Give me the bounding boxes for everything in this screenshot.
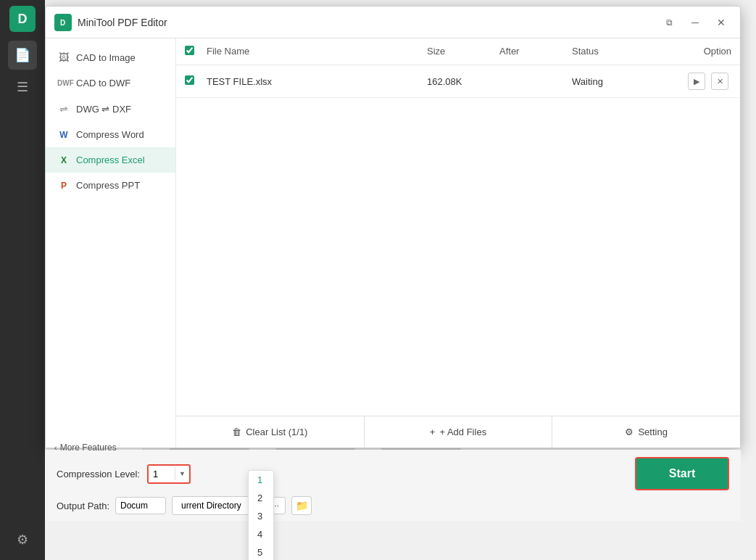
sidebar-item-compress-word[interactable]: W Compress Word [46, 122, 175, 147]
clear-list-button[interactable]: 🗑 Clear List (1/1) [176, 416, 365, 448]
main-content: File Name Size After Status Option TEST … [176, 38, 740, 448]
dropdown-option-3[interactable]: 3 [249, 507, 273, 525]
modal-logo: D [54, 14, 72, 31]
table-row: TEST FILE.xlsx 162.08K Waiting ▶ ✕ [176, 65, 740, 98]
remove-button[interactable]: ✕ [711, 73, 728, 90]
dropdown-option-1[interactable]: 1 [249, 471, 273, 489]
compress-excel-icon: X [57, 155, 70, 165]
restore-button[interactable]: ⧉ [659, 15, 679, 30]
sidebar-item-compress-excel[interactable]: X Compress Excel [46, 147, 175, 173]
sidebar-item-cad-to-dwf[interactable]: DWF CAD to DWF [46, 70, 175, 96]
compress-word-icon: W [57, 130, 70, 140]
add-files-button[interactable]: + + Add Files [365, 416, 553, 448]
col-check [185, 46, 207, 57]
select-all-checkbox[interactable] [185, 46, 194, 55]
left-icon-document[interactable]: 📄 [8, 41, 37, 70]
compression-value-input[interactable] [149, 466, 175, 482]
modal-window: D MiniTool PDF Editor ⧉ ─ ✕ 🖼 CAD to Ima… [45, 6, 741, 448]
col-status: Status [572, 46, 659, 57]
compression-dropdown-menu: 1 2 3 4 5 6 7 8 9 [248, 470, 274, 560]
dropdown-option-4[interactable]: 4 [249, 525, 273, 543]
cad-image-icon: 🖼 [57, 52, 70, 63]
row-status: Waiting [572, 76, 659, 87]
modal-body: 🖼 CAD to Image DWF CAD to DWF ⇌ DWG ⇌ DX… [46, 38, 740, 448]
row-size: 162.08K [427, 76, 499, 87]
row-options: ▶ ✕ [659, 73, 731, 90]
sidebar: 🖼 CAD to Image DWF CAD to DWF ⇌ DWG ⇌ DX… [46, 38, 176, 448]
play-button[interactable]: ▶ [688, 73, 705, 90]
gear-icon: ⚙ [625, 427, 634, 437]
trash-icon: 🗑 [232, 427, 241, 437]
output-path-select[interactable]: urrent Directory Custom Path [172, 496, 259, 515]
minimize-button[interactable]: ─ [685, 15, 705, 30]
table-header: File Name Size After Status Option [176, 38, 740, 65]
svg-text:D: D [60, 19, 65, 27]
col-size: Size [427, 46, 499, 57]
bottom-toolbar: 🗑 Clear List (1/1) + + Add Files ⚙ Setti… [176, 416, 740, 448]
file-table: TEST FILE.xlsx 162.08K Waiting ▶ ✕ [176, 65, 740, 416]
dropdown-option-5[interactable]: 5 [249, 543, 273, 560]
modal-title: MiniTool PDF Editor [78, 17, 659, 28]
start-button[interactable]: Start [635, 457, 729, 490]
compression-dropdown-arrow[interactable]: ▼ [175, 467, 189, 480]
add-icon: + [430, 427, 436, 437]
folder-button[interactable]: 📁 [291, 496, 312, 515]
sidebar-item-compress-ppt[interactable]: P Compress PPT [46, 173, 175, 198]
modal-titlebar: D MiniTool PDF Editor ⧉ ─ ✕ [46, 7, 740, 38]
row-filename: TEST FILE.xlsx [207, 76, 427, 87]
more-features[interactable]: ‹ More Features [54, 442, 117, 453]
output-label: Output Path: [57, 501, 109, 511]
footer-area: Compression Level: ▼ Start Output Path: … [45, 450, 741, 521]
row-checkbox[interactable] [185, 75, 207, 87]
compression-row: Compression Level: ▼ Start [57, 457, 729, 490]
dwg-dxf-icon: ⇌ [57, 103, 70, 115]
left-icon-list[interactable]: ☰ [8, 73, 37, 102]
col-filename: File Name [207, 46, 427, 57]
left-sidebar: D 📄 ☰ ⚙ [0, 0, 45, 560]
col-after: After [499, 46, 572, 57]
app-logo: D [9, 6, 36, 32]
sidebar-item-cad-to-image[interactable]: 🖼 CAD to Image [46, 44, 175, 70]
sidebar-item-dwg-to-dxf[interactable]: ⇌ DWG ⇌ DXF [46, 96, 175, 122]
setting-button[interactable]: ⚙ Setting [552, 416, 740, 448]
dropdown-option-2[interactable]: 2 [249, 489, 273, 507]
more-features-label: More Features [60, 442, 117, 453]
col-option: Option [659, 46, 731, 57]
chevron-left-icon: ‹ [54, 443, 57, 452]
compression-input-wrapper: ▼ [147, 464, 191, 484]
output-path-row: Output Path: urrent Directory Custom Pat… [57, 496, 729, 515]
left-icon-settings[interactable]: ⚙ [8, 525, 37, 554]
cad-dwf-icon: DWF [57, 79, 70, 87]
output-path-input[interactable] [115, 497, 166, 514]
modal-controls: ⧉ ─ ✕ [659, 15, 731, 30]
compression-label: Compression Level: [57, 469, 140, 479]
compress-ppt-icon: P [57, 181, 70, 191]
close-button[interactable]: ✕ [711, 15, 731, 30]
